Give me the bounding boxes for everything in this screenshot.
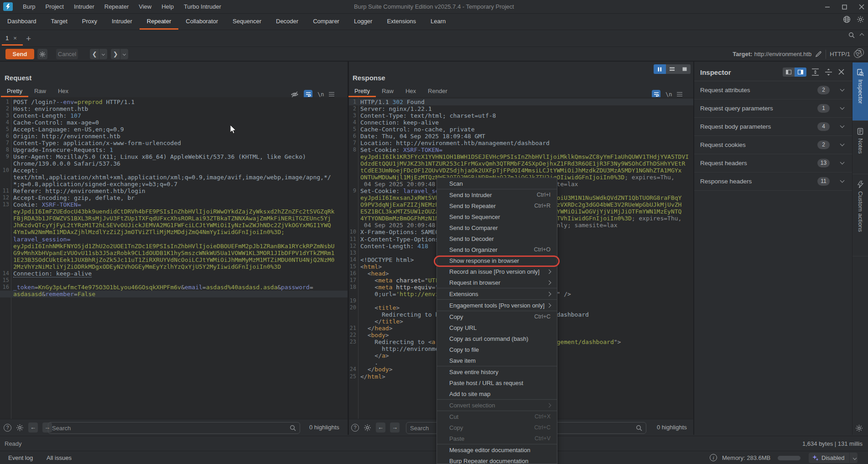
editor-tab-raw[interactable]: Raw	[376, 86, 400, 97]
dock-right-button[interactable]	[795, 68, 806, 77]
inspector-section-request-body-parameters[interactable]: Request body parameters4	[694, 118, 852, 136]
menu-repeater[interactable]: Repeater	[99, 3, 134, 10]
tab-sequencer[interactable]: Sequencer	[225, 14, 269, 30]
menu-item-copy[interactable]: CopyCtrl+C	[437, 311, 557, 322]
side-tab-custom-actions[interactable]: Custom actions	[852, 174, 868, 256]
menu-item-send-to-intruder[interactable]: Send to IntruderCtrl+I	[437, 189, 557, 200]
search-settings-gear-icon[interactable]	[364, 424, 371, 432]
add-tab-button[interactable]: +	[26, 34, 31, 44]
help-icon[interactable]: ?	[856, 48, 864, 57]
tab-repeater[interactable]: Repeater	[140, 14, 178, 30]
menu-item-copy[interactable]: CopyCtrl+C	[437, 422, 557, 433]
menu-item-scan[interactable]: Scan	[437, 178, 557, 189]
menu-item-save-item[interactable]: Save item	[437, 355, 557, 366]
minimize-button[interactable]	[825, 4, 830, 10]
menu-item-extensions[interactable]: Extensions	[437, 288, 557, 299]
request-search-input[interactable]: Search	[48, 422, 300, 434]
menu-item-paste-host-url-as-request[interactable]: Paste host / URL as request	[437, 377, 557, 388]
pause-updates-button[interactable]	[654, 64, 666, 74]
inspector-section-request-attributes[interactable]: Request attributes2	[694, 81, 852, 99]
dock-left-button[interactable]	[783, 68, 795, 77]
editor-tab-hex[interactable]: Hex	[52, 86, 74, 97]
tab-dashboard[interactable]: Dashboard	[0, 14, 44, 30]
collapse-icon[interactable]	[860, 33, 864, 37]
menu-item-convert-selection[interactable]: Convert selection	[437, 400, 557, 411]
settings-gear-icon[interactable]	[857, 16, 864, 23]
inspector-section-request-query-parameters[interactable]: Request query parameters1	[694, 99, 852, 118]
editor-menu-icon[interactable]	[329, 91, 334, 97]
expand-all-icon[interactable]	[811, 68, 819, 76]
all-issues-button[interactable]: All issues	[47, 454, 72, 461]
search-icon[interactable]	[848, 32, 855, 38]
editor-tab-pretty[interactable]: Pretty	[348, 86, 376, 97]
back-button-group[interactable]: ❮	[90, 49, 107, 59]
send-button[interactable]: Send	[5, 49, 34, 59]
menu-item-send-to-repeater[interactable]: Send to RepeaterCtrl+R	[437, 200, 557, 211]
close-tab-icon[interactable]: ×	[13, 35, 17, 42]
menu-item-engagement-tools-pro-version-only-[interactable]: Engagement tools [Pro version only]	[437, 300, 557, 311]
menu-item-burp-repeater-documentation[interactable]: Burp Repeater documentation	[437, 455, 557, 464]
menu-intruder[interactable]: Intruder	[69, 3, 99, 10]
menu-burp[interactable]: Burp	[18, 3, 40, 10]
repeater-session-tab[interactable]: 1 ×	[2, 32, 23, 46]
prev-match-button[interactable]: ←	[28, 422, 38, 433]
send-settings-button[interactable]	[37, 49, 47, 59]
menu-item-send-to-organizer[interactable]: Send to OrganizerCtrl+O	[437, 244, 557, 255]
inspector-section-request-cookies[interactable]: Request cookies2	[694, 136, 852, 154]
menu-item-send-to-sequencer[interactable]: Send to Sequencer	[437, 211, 557, 222]
forward-button-group[interactable]: ❯	[111, 49, 128, 59]
editor-tab-raw[interactable]: Raw	[28, 86, 52, 97]
menu-item-send-to-decoder[interactable]: Send to Decoder	[437, 233, 557, 244]
protocol-label[interactable]: HTTP/1	[830, 51, 850, 57]
menu-item-cut[interactable]: CutCtrl+X	[437, 411, 557, 422]
close-button[interactable]	[859, 4, 864, 10]
help-icon[interactable]: ?	[351, 424, 359, 432]
editor-menu-icon[interactable]	[677, 91, 682, 97]
close-inspector-icon[interactable]	[838, 68, 845, 75]
ai-status-dropdown[interactable]: Disabled	[809, 453, 858, 463]
tab-learn[interactable]: Learn	[423, 14, 453, 30]
tab-proxy[interactable]: Proxy	[75, 14, 104, 30]
tab-extensions[interactable]: Extensions	[379, 14, 423, 30]
tab-logger[interactable]: Logger	[347, 14, 379, 30]
menu-view[interactable]: View	[134, 3, 156, 10]
next-match-button[interactable]: →	[390, 422, 400, 433]
menu-item-request-in-browser[interactable]: Request in browser	[437, 277, 557, 288]
horizontal-layout-button[interactable]	[666, 64, 678, 74]
menu-item-send-to-comparer[interactable]: Send to Comparer	[437, 222, 557, 233]
collaborator-globe-icon[interactable]	[843, 16, 851, 23]
menu-item-paste[interactable]: PasteCtrl+V	[437, 433, 557, 444]
menu-turbo-intruder[interactable]: Turbo Intruder	[179, 3, 226, 10]
menu-project[interactable]: Project	[40, 3, 68, 10]
menu-item-record-an-issue-pro-version-only-[interactable]: Record an issue [Pro version only]	[437, 266, 557, 277]
event-log-button[interactable]: Event log	[8, 454, 33, 461]
help-icon[interactable]: ?	[4, 424, 11, 432]
request-editor[interactable]: 1POST /login?--env=preprod HTTP/1.12Host…	[0, 97, 348, 419]
show-newlines-toggle[interactable]: \n	[665, 91, 672, 98]
inspector-section-request-headers[interactable]: Request headers13	[694, 154, 852, 172]
show-newlines-toggle[interactable]: \n	[317, 91, 324, 98]
menu-help[interactable]: Help	[156, 3, 179, 10]
tab-collaborator[interactable]: Collaborator	[178, 14, 225, 30]
menu-item-copy-url[interactable]: Copy URL	[437, 322, 557, 333]
menu-item-add-to-site-map[interactable]: Add to site map	[437, 388, 557, 399]
side-tab-inspector[interactable]: Inspector	[852, 63, 868, 121]
edit-target-pencil-icon[interactable]	[815, 51, 822, 57]
cancel-button[interactable]: Cancel	[56, 49, 78, 59]
tab-target[interactable]: Target	[44, 14, 75, 30]
menu-item-message-editor-documentation[interactable]: Message editor documentation	[437, 444, 557, 455]
menu-item-copy-to-file[interactable]: Copy to file	[437, 344, 557, 355]
editor-tab-pretty[interactable]: Pretty	[1, 86, 28, 97]
menu-item-copy-as-curl-command-bash-[interactable]: Copy as curl command (bash)	[437, 333, 557, 344]
single-layout-button[interactable]	[678, 64, 691, 74]
inspector-section-response-headers[interactable]: Response headers11	[694, 172, 852, 191]
editor-tab-render[interactable]: Render	[422, 86, 453, 97]
prev-match-button[interactable]: ←	[376, 422, 385, 433]
editor-tab-hex[interactable]: Hex	[400, 86, 422, 97]
menu-item-save-entire-history[interactable]: Save entire history	[437, 366, 557, 377]
tab-intruder[interactable]: Intruder	[104, 14, 140, 30]
tab-comparer[interactable]: Comparer	[306, 14, 347, 30]
maximize-button[interactable]	[842, 5, 847, 10]
tab-decoder[interactable]: Decoder	[269, 14, 306, 30]
side-tab-notes[interactable]: Notes	[852, 121, 868, 174]
